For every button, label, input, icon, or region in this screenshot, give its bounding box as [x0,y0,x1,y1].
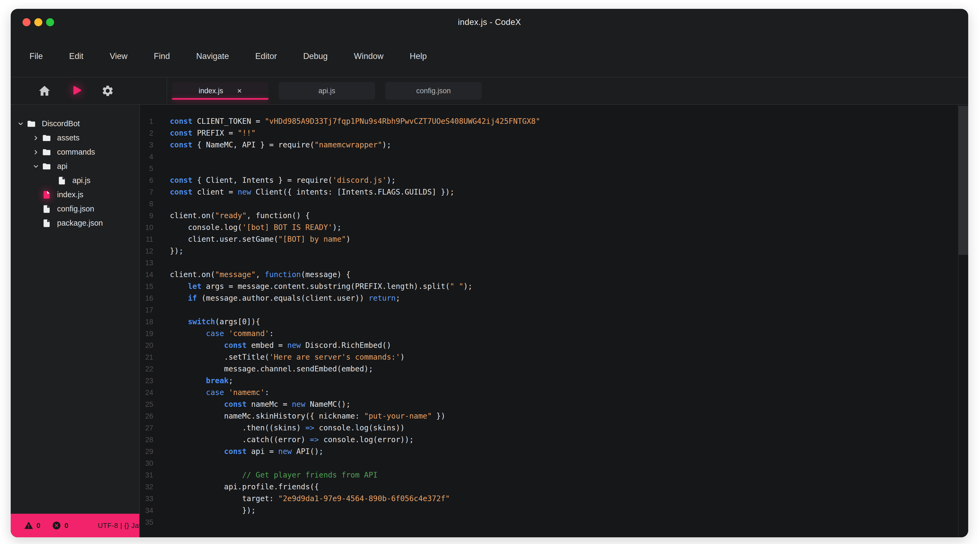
code-line-33: target: "2e9d9da1-97e9-4564-890b-6f056c4… [170,493,968,504]
code-line-11: client.user.setGame("[BOT] by name") [170,234,968,245]
menu-item-view[interactable]: View [110,51,127,61]
warning-count: 0 [37,522,40,530]
menu-item-file[interactable]: File [29,51,43,61]
line-number: 5 [140,163,153,175]
tree-item-api.js[interactable]: api.js [11,173,139,188]
tree-item-assets[interactable]: assets [11,131,139,145]
code-line-1: const CLIENT_TOKEN = "vHDd985A9D33Tj7fqp… [170,116,968,127]
error-circle-icon [52,521,61,530]
code-token: , function() { [247,211,310,220]
code-token: return [369,294,396,302]
tree-item-config.json[interactable]: config.json [11,202,139,216]
code-line-25: const nameMc = new NameMC(); [170,398,968,410]
run-icon[interactable] [70,84,83,97]
scrollbar-thumb[interactable] [959,106,968,255]
code-token: nameMc.skinHistory({ nickname: [170,412,364,420]
code-token: client.user.setGame( [170,235,278,243]
menu-item-window[interactable]: Window [354,51,383,61]
code-line-17 [170,304,968,316]
tree-item-label: DiscordBot [42,119,80,128]
line-number: 32 [140,481,153,493]
status-bar: 0 0 UTF-8 | {} JavaScript [11,514,139,537]
line-number: 15 [140,281,153,293]
code-token: embed = [247,341,288,350]
tree-item-label: config.json [57,204,94,213]
code-line-4 [170,151,968,163]
folder-icon [42,134,51,143]
line-number: 16 [140,293,153,304]
home-icon[interactable] [38,84,51,97]
settings-gear-icon[interactable] [101,84,114,97]
menu-item-edit[interactable]: Edit [69,51,83,61]
file-icon [57,176,67,185]
tree-item-package.json[interactable]: package.json [11,216,139,230]
code-token [170,341,224,350]
code-token: }); [170,247,183,255]
code-token: NameMC(); [305,400,351,409]
code-editor[interactable]: 1234567891011121314151617181920212223242… [140,105,968,537]
line-number: 18 [140,316,153,328]
code-token: ); [463,282,473,291]
chevron-down-icon[interactable] [32,163,40,170]
menu-item-editor[interactable]: Editor [255,51,277,61]
tree-item-label: api [57,162,67,171]
tree-item-api[interactable]: api [11,159,139,173]
tab-index.js[interactable]: index.js× [172,82,269,100]
vertical-scrollbar[interactable] [958,105,968,537]
tree-item-index.js[interactable]: index.js [11,188,139,202]
code-line-31: // Get player friends from API [170,469,968,481]
code-token: "namemcwrapper" [314,140,382,149]
menu-item-find[interactable]: Find [154,51,170,61]
code-token: (args[0]){ [215,317,260,326]
tab-config.json[interactable]: config.json [385,82,482,100]
chevron-right-icon[interactable] [32,149,40,156]
line-number: 35 [140,516,153,528]
code-token: const [170,188,192,196]
code-token: 'Here are server's commands:' [269,353,400,361]
code-token: .catch((error) [170,435,310,444]
code-token: "[BOT] by name" [278,235,346,243]
line-number: 2 [140,127,153,139]
menu-item-navigate[interactable]: Navigate [196,51,229,61]
code-content[interactable]: const CLIENT_TOKEN = "vHDd985A9D33Tj7fqp… [153,105,968,537]
code-token: const [170,140,192,149]
code-line-12: }); [170,245,968,257]
tab-api.js[interactable]: api.js [278,82,375,100]
chevron-right-icon[interactable] [32,135,40,142]
close-icon[interactable]: × [237,87,242,95]
code-line-16: if (message.author.equals(client.user)) … [170,293,968,304]
line-number-gutter: 1234567891011121314151617181920212223242… [140,105,153,537]
file-icon [42,190,51,199]
file-explorer: DiscordBotassetscommandsapiapi.jsindex.j… [11,105,140,537]
menu-item-debug[interactable]: Debug [303,51,328,61]
menu-item-help[interactable]: Help [410,51,427,61]
line-number: 17 [140,304,153,316]
code-token: console.log( [170,223,242,232]
line-number: 10 [140,222,153,234]
line-number: 26 [140,410,153,422]
tree-item-commands[interactable]: commands [11,145,139,159]
tree-item-DiscordBot[interactable]: DiscordBot [11,116,139,131]
code-token: CLIENT_TOKEN = [192,117,265,126]
tab-label: config.json [416,87,450,95]
code-token: "ready" [215,211,247,220]
code-token: ; [396,294,400,302]
code-token: nameMc = [247,400,292,409]
line-number: 4 [140,151,153,163]
line-number: 23 [140,375,153,387]
chevron-down-icon[interactable] [17,120,24,127]
code-token: const [224,447,247,456]
warning-triangle-icon [24,521,33,530]
line-number: 27 [140,422,153,434]
line-number: 22 [140,363,153,375]
code-line-20: const embed = new Discord.RichEmbed() [170,340,968,352]
line-number: 11 [140,234,153,245]
code-line-14: client.on("message", function(message) { [170,269,968,281]
code-line-35 [170,516,968,528]
code-token: "2e9d9da1-97e9-4564-890b-6f056c4e372f" [278,494,450,503]
code-line-8 [170,198,968,210]
code-token: { NameMC, API } = require( [192,140,314,149]
code-token: 'namemc' [229,388,265,397]
code-token: "!!" [238,129,256,137]
code-token: { Client, Intents } = require( [192,176,332,185]
